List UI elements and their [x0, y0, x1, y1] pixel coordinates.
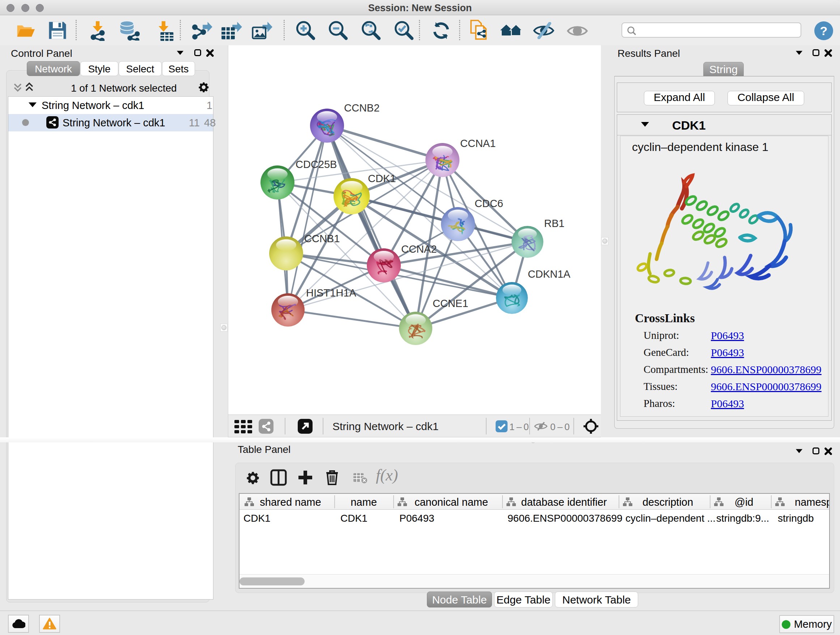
- svg-text:CCNA1: CCNA1: [460, 138, 496, 149]
- svg-text:CDK1: CDK1: [368, 173, 396, 184]
- svg-text:CDC6: CDC6: [475, 198, 503, 209]
- svg-text:CDC25B: CDC25B: [295, 158, 337, 170]
- svg-text:CCNB2: CCNB2: [344, 102, 379, 114]
- svg-text:?: ?: [820, 24, 828, 38]
- svg-text:CCNE1: CCNE1: [433, 298, 468, 309]
- svg-text:HIST1H1A: HIST1H1A: [306, 287, 356, 299]
- svg-text:CCNA2: CCNA2: [401, 243, 437, 255]
- svg-text:RB1: RB1: [544, 218, 564, 229]
- svg-text:CDKN1A: CDKN1A: [528, 268, 570, 280]
- svg-text:CCNB1: CCNB1: [304, 233, 340, 244]
